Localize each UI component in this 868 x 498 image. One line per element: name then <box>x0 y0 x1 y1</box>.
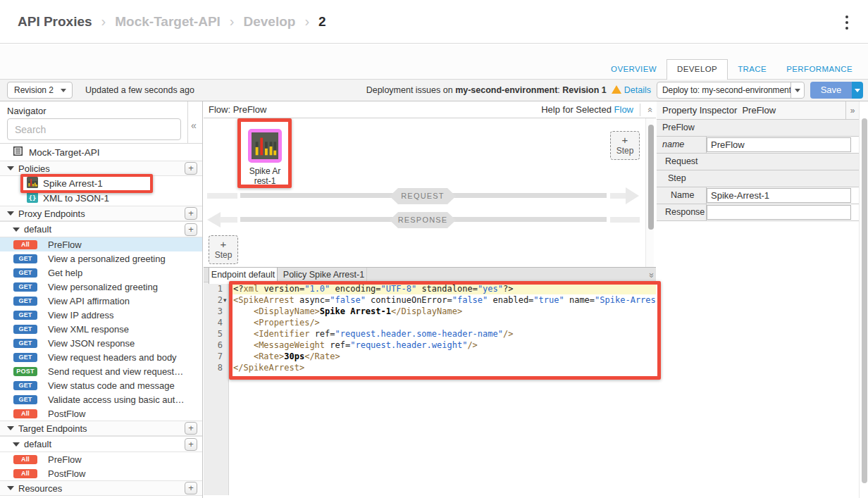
code-line[interactable]: <SpikeArrest async="false" continueOnErr… <box>230 294 656 306</box>
nav-group-target-default[interactable]: default + <box>0 436 203 452</box>
search-input[interactable] <box>7 118 181 140</box>
code-line[interactable]: <Identifier ref="request.header.some-hea… <box>230 328 656 340</box>
inspector-value-input[interactable] <box>707 188 851 203</box>
canvas-scrollbar[interactable] <box>645 118 654 267</box>
code-token-tag: <SpikeArrest <box>233 295 294 305</box>
method-badge: All <box>13 409 37 418</box>
code-editor[interactable]: 12▾345678 <?xml version="1.0" encoding="… <box>204 282 656 498</box>
nav-flow-row[interactable]: POSTSend request and view request… <box>0 364 203 378</box>
nav-flow-row[interactable]: AllPostFlow <box>0 466 203 480</box>
nav-flow-row[interactable]: GETValidate access using basic aut… <box>0 392 203 406</box>
tab-trace[interactable]: TRACE <box>728 60 776 79</box>
nav-section-label: Policies <box>18 163 50 174</box>
save-button[interactable]: Save <box>810 82 852 99</box>
breadcrumb-proxy-name[interactable]: Mock-Target-API <box>115 14 221 30</box>
expand-right-icon[interactable]: » <box>845 101 859 120</box>
collapse-up-icon[interactable]: « <box>645 107 655 111</box>
code-line[interactable]: <Rate>30ps</Rate> <box>230 351 656 362</box>
method-badge: GET <box>13 282 37 292</box>
canvas-scrollbar-thumb[interactable] <box>648 125 654 230</box>
nav-flow-row[interactable]: GETView XML response <box>0 322 203 336</box>
flow-canvas: Spike Ar rest-1 + Step REQUEST RESPONSE … <box>204 118 656 267</box>
flow-help-link[interactable]: Flow <box>614 104 633 115</box>
navigator-header: Navigator « <box>0 101 203 144</box>
method-badge: GET <box>13 325 37 334</box>
fold-caret-icon[interactable]: ▾ <box>223 294 229 306</box>
tab-policy-spike-arrest[interactable]: Policy Spike Arrest-1 <box>281 268 367 283</box>
inspector-value-input[interactable] <box>707 137 851 152</box>
collapse-down-icon[interactable]: « <box>645 273 655 278</box>
nav-section-target-endpoints[interactable]: Target Endpoints + <box>0 421 203 436</box>
deploy-to-select[interactable]: Deploy to: my-second-environment <box>657 82 805 99</box>
deploy-to-arrow[interactable] <box>790 82 804 98</box>
code-token-val: "false" <box>452 295 488 305</box>
policy-label-line1: Spike Ar <box>237 166 292 176</box>
code-line[interactable]: <DisplayName>Spike Arrest-1</DisplayName… <box>230 306 656 317</box>
add-proxy-endpoint-button[interactable]: + <box>185 207 197 220</box>
add-flow-button[interactable]: + <box>185 438 197 451</box>
nav-flow-row[interactable]: GETView personalized greeting <box>0 280 203 294</box>
nav-flow-row[interactable]: GETView status code and message <box>0 378 203 392</box>
triangle-down-icon <box>7 211 14 216</box>
add-flow-button[interactable]: + <box>185 223 197 236</box>
kebab-menu-icon[interactable] <box>845 15 848 30</box>
details-link[interactable]: Details <box>624 85 651 95</box>
view-tabs: OVERVIEW DEVELOP TRACE PERFORMANCE <box>601 59 862 79</box>
breadcrumb-separator-icon: › <box>101 13 106 30</box>
code-token-plain <box>294 295 299 305</box>
nav-item-proxy-root[interactable]: Mock-Target-API <box>0 144 203 161</box>
code-line[interactable]: <Properties/> <box>230 317 656 328</box>
revision-select[interactable]: Revision 2 <box>7 82 73 99</box>
nav-flow-row[interactable]: AllPreFlow <box>0 237 203 251</box>
property-rows: PreFlownameRequestStepNameResponse <box>657 120 859 221</box>
code-token-tag: <Properties/> <box>254 318 320 328</box>
property-inspector-title: Property Inspector PreFlow <box>662 105 776 116</box>
code-token-attr: encoding <box>335 284 376 294</box>
nav-flow-row[interactable]: AllPostFlow <box>0 406 203 421</box>
nav-section-resources[interactable]: Resources + <box>0 480 203 496</box>
nav-flow-row[interactable]: GETView a personalized greeting <box>0 251 203 266</box>
tab-performance[interactable]: PERFORMANCE <box>776 60 862 79</box>
proxy-flow-list: AllPreFlowGETView a personalized greetin… <box>0 237 203 421</box>
save-dropdown-arrow[interactable] <box>852 82 863 99</box>
code-line[interactable]: <MessageWeight ref="request.header.weigh… <box>230 340 656 351</box>
nav-section-proxy-endpoints[interactable]: Proxy Endpoints + <box>0 206 203 221</box>
request-arrowhead-icon <box>626 187 639 204</box>
nav-flow-row[interactable]: AllPreFlow <box>0 452 203 466</box>
nav-group-proxy-default[interactable]: default + <box>0 221 203 237</box>
code-token-val: "UTF-8" <box>381 284 417 294</box>
nav-flow-row[interactable]: GETView API affirmation <box>0 294 203 308</box>
nav-item-xml-to-json[interactable]: {} XML to JSON-1 <box>0 191 203 206</box>
code-token-plain <box>330 284 335 294</box>
add-step-button-request[interactable]: + Step <box>610 131 640 160</box>
nav-flow-row[interactable]: GETView JSON response <box>0 336 203 350</box>
breadcrumb-develop[interactable]: Develop <box>244 14 296 30</box>
add-resource-button[interactable]: + <box>185 482 197 494</box>
collapse-left-icon[interactable]: « <box>191 120 197 131</box>
nav-item-spike-arrest[interactable]: Spike Arrest-1 <box>0 176 203 191</box>
code-line[interactable]: <?xml version="1.0" encoding="UTF-8" sta… <box>230 283 656 294</box>
nav-flow-label: PreFlow <box>48 454 82 465</box>
editor-code-area[interactable]: <?xml version="1.0" encoding="UTF-8" sta… <box>230 282 656 498</box>
add-target-endpoint-button[interactable]: + <box>185 422 197 435</box>
spike-arrest-policy-node[interactable] <box>248 129 282 163</box>
step-button-label: Step <box>611 146 639 156</box>
add-step-button-response[interactable]: + Step <box>209 235 238 264</box>
nav-flow-row[interactable]: GETView IP address <box>0 308 203 322</box>
nav-flow-label: View a personalized greeting <box>48 254 166 264</box>
triangle-down-icon <box>7 426 14 430</box>
nav-flow-row[interactable]: GETView request headers and body <box>0 350 203 364</box>
nav-flow-row[interactable]: GETGet help <box>0 266 203 280</box>
code-line[interactable]: </SpikeArrest> <box>230 362 656 373</box>
inspector-value-input[interactable] <box>707 205 851 220</box>
add-policy-button[interactable]: + <box>185 162 197 175</box>
breadcrumb-api-proxies[interactable]: API Proxies <box>18 14 92 30</box>
window-scrollbar[interactable] <box>859 101 868 498</box>
tab-endpoint-default[interactable]: Endpoint default <box>209 268 278 284</box>
tab-overview[interactable]: OVERVIEW <box>601 60 666 79</box>
flow-editor-panel: Flow: PreFlow Help for Selected Flow « S… <box>204 101 656 498</box>
nav-section-policies[interactable]: Policies + <box>0 161 203 176</box>
window-scrollbar-thumb[interactable] <box>862 118 867 483</box>
tab-develop[interactable]: DEVELOP <box>666 59 728 80</box>
code-token-val: "request.header.weight" <box>350 340 467 350</box>
